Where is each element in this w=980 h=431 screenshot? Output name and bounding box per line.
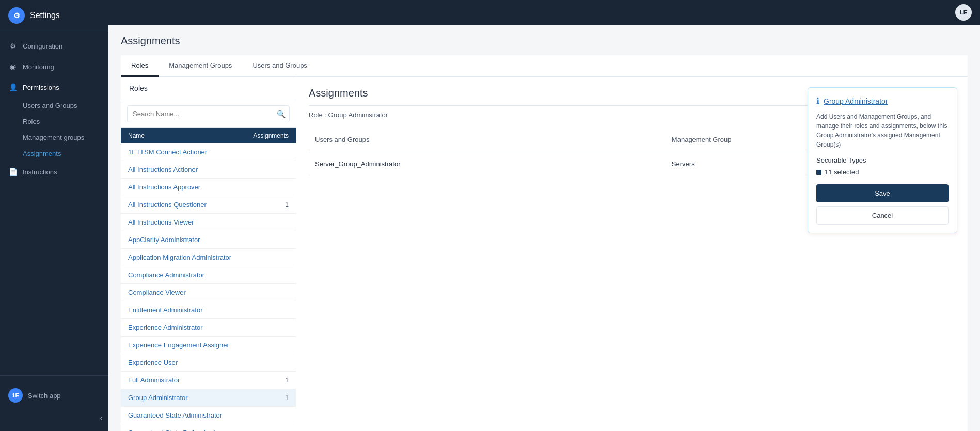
info-panel-body: Add Users and Management Groups, and man… bbox=[816, 112, 949, 149]
sidebar-item-label: Monitoring bbox=[23, 63, 54, 71]
switch-app-label: Switch app bbox=[28, 392, 61, 400]
securable-types-label: Securable Types bbox=[816, 156, 949, 164]
role-item[interactable]: Full Administrator1 bbox=[121, 372, 296, 389]
instructions-label: Instructions bbox=[23, 168, 57, 176]
logo-icon: ⚙ bbox=[13, 11, 20, 20]
cancel-button[interactable]: Cancel bbox=[816, 206, 949, 225]
role-name[interactable]: Entitlement Administrator bbox=[128, 306, 203, 314]
info-panel-header: ℹ Group Administrator bbox=[816, 96, 949, 106]
selected-dot bbox=[816, 170, 821, 175]
tabs: Roles Management Groups Users and Groups bbox=[121, 55, 968, 77]
role-item[interactable]: Experience Engagement Assigner bbox=[121, 337, 296, 354]
sidebar-nav: ⚙ Configuration ◉ Monitoring 👤 Permissio… bbox=[0, 31, 108, 375]
assignments-label: Assignments bbox=[23, 150, 61, 157]
col-users-groups: Users and Groups bbox=[309, 127, 666, 152]
users-groups-label: Users and Groups bbox=[23, 102, 77, 109]
role-item[interactable]: Experience User bbox=[121, 354, 296, 372]
role-name[interactable]: Guaranteed State Policy Assigner bbox=[128, 429, 228, 431]
role-item[interactable]: Entitlement Administrator bbox=[121, 301, 296, 319]
content-layout: Roles 🔍 Name Assignments 1E ITSM Connect… bbox=[121, 77, 968, 431]
sidebar-subitem-roles[interactable]: Roles bbox=[0, 114, 108, 130]
sidebar-collapse-button[interactable]: ‹ bbox=[0, 410, 108, 426]
sidebar-bottom: 1E Switch app ‹ bbox=[0, 375, 108, 431]
role-name[interactable]: 1E ITSM Connect Actioner bbox=[128, 148, 207, 156]
role-name[interactable]: Compliance Administrator bbox=[128, 271, 204, 279]
assignment-count: 1 bbox=[285, 201, 289, 209]
role-name[interactable]: Guaranteed State Administrator bbox=[128, 411, 222, 419]
role-item[interactable]: Experience Administrator bbox=[121, 319, 296, 337]
role-name[interactable]: Compliance Viewer bbox=[128, 289, 186, 296]
sidebar-header: ⚙ Settings bbox=[0, 0, 108, 31]
info-panel: ℹ Group Administrator Add Users and Mana… bbox=[808, 87, 957, 233]
monitoring-icon: ◉ bbox=[8, 62, 18, 71]
selected-count: 11 selected bbox=[825, 168, 859, 176]
role-name[interactable]: Application Migration Administrator bbox=[128, 253, 231, 261]
roles-list: 1E ITSM Connect ActionerAll Instructions… bbox=[121, 143, 296, 431]
role-name[interactable]: Experience User bbox=[128, 359, 178, 366]
role-item[interactable]: Group Administrator1 bbox=[121, 389, 296, 407]
role-item[interactable]: 1E ITSM Connect Actioner bbox=[121, 143, 296, 161]
sidebar-item-permissions[interactable]: 👤 Permissions bbox=[0, 77, 108, 98]
collapse-icon: ‹ bbox=[100, 414, 102, 422]
role-item[interactable]: Compliance Viewer bbox=[121, 284, 296, 301]
col-name: Name bbox=[128, 132, 145, 139]
search-button[interactable]: 🔍 bbox=[277, 110, 286, 118]
sidebar-item-label: Configuration bbox=[23, 42, 62, 50]
assignment-count: 1 bbox=[285, 377, 289, 384]
user-avatar[interactable]: LE bbox=[955, 4, 972, 21]
sidebar-item-monitoring[interactable]: ◉ Monitoring bbox=[0, 56, 108, 77]
role-name[interactable]: All Instructions Viewer bbox=[128, 218, 194, 226]
roles-panel-header: Roles bbox=[121, 77, 296, 100]
permissions-icon: 👤 bbox=[8, 83, 18, 92]
page-title: Assignments bbox=[121, 35, 968, 47]
search-input[interactable] bbox=[127, 105, 290, 122]
info-panel-title[interactable]: Group Administrator bbox=[824, 97, 888, 105]
main-content: LE Assignments Roles Management Groups U… bbox=[108, 0, 980, 431]
sidebar-subitem-management-groups[interactable]: Management groups bbox=[0, 130, 108, 146]
role-item[interactable]: All Instructions Viewer bbox=[121, 214, 296, 231]
col-assignments: Assignments bbox=[253, 132, 289, 139]
role-item[interactable]: Guaranteed State Policy Assigner bbox=[121, 424, 296, 431]
roles-search: 🔍 bbox=[121, 100, 296, 128]
cell-users-groups: Server_Group_Administrator bbox=[309, 152, 666, 175]
role-item[interactable]: AppClarity Administrator bbox=[121, 231, 296, 249]
role-name[interactable]: Experience Engagement Assigner bbox=[128, 341, 229, 349]
app-title: Settings bbox=[30, 11, 60, 20]
role-name[interactable]: All Instructions Actioner bbox=[128, 166, 198, 173]
sidebar-subitem-assignments[interactable]: Assignments bbox=[0, 146, 108, 162]
role-name[interactable]: AppClarity Administrator bbox=[128, 236, 200, 244]
role-item[interactable]: All Instructions Questioner1 bbox=[121, 196, 296, 214]
role-item[interactable]: Guaranteed State Administrator bbox=[121, 407, 296, 424]
assignments-panel: Assignments Role : Group Administrator U… bbox=[296, 77, 968, 431]
sidebar-item-configuration[interactable]: ⚙ Configuration bbox=[0, 36, 108, 56]
app-logo: ⚙ bbox=[8, 7, 25, 24]
info-icon: ℹ bbox=[816, 96, 819, 106]
selected-badge: 11 selected bbox=[816, 168, 949, 176]
page-area: Assignments Roles Management Groups User… bbox=[108, 25, 980, 431]
sidebar: ⚙ Settings ⚙ Configuration ◉ Monitoring … bbox=[0, 0, 108, 431]
role-item[interactable]: Compliance Administrator bbox=[121, 266, 296, 284]
role-item[interactable]: All Instructions Approver bbox=[121, 179, 296, 196]
sidebar-item-label: Permissions bbox=[23, 84, 59, 91]
tab-management-groups[interactable]: Management Groups bbox=[159, 55, 242, 77]
roles-table-header: Name Assignments bbox=[121, 128, 296, 143]
roles-panel: Roles 🔍 Name Assignments 1E ITSM Connect… bbox=[121, 77, 296, 431]
role-item[interactable]: All Instructions Actioner bbox=[121, 161, 296, 179]
configuration-icon: ⚙ bbox=[8, 41, 18, 51]
sidebar-subitem-users-groups[interactable]: Users and Groups bbox=[0, 98, 108, 114]
role-item[interactable]: Application Migration Administrator bbox=[121, 249, 296, 266]
role-name[interactable]: All Instructions Approver bbox=[128, 183, 200, 191]
sidebar-item-instructions[interactable]: 📄 Instructions bbox=[0, 162, 108, 182]
role-name[interactable]: Full Administrator bbox=[128, 376, 180, 384]
role-name[interactable]: All Instructions Questioner bbox=[128, 201, 207, 209]
role-name[interactable]: Experience Administrator bbox=[128, 324, 203, 331]
role-name[interactable]: Group Administrator bbox=[128, 394, 188, 402]
tab-users-groups[interactable]: Users and Groups bbox=[242, 55, 318, 77]
save-button[interactable]: Save bbox=[816, 184, 949, 202]
switch-app-item[interactable]: 1E Switch app bbox=[0, 381, 108, 410]
top-bar: LE bbox=[108, 0, 980, 25]
instructions-icon: 📄 bbox=[8, 167, 18, 177]
roles-label: Roles bbox=[23, 118, 40, 125]
tab-roles[interactable]: Roles bbox=[121, 55, 159, 77]
assignment-count: 1 bbox=[285, 394, 289, 402]
